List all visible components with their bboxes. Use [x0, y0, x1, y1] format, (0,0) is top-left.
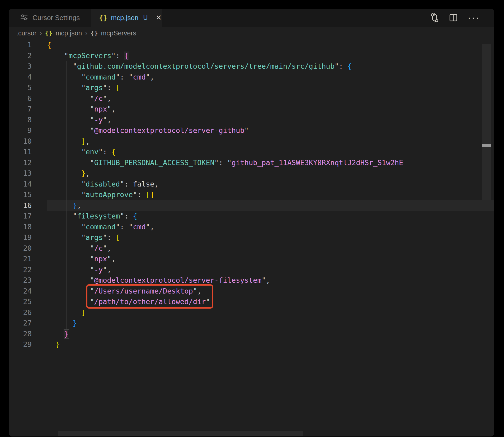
tab-cursor-settings[interactable]: Cursor Settings: [9, 9, 91, 27]
breadcrumb-file[interactable]: mcp.json: [55, 29, 82, 37]
indent-guide: [58, 115, 58, 125]
line-content: "npx",: [47, 254, 494, 264]
code-line-18[interactable]: 18 "command": "cmd",: [9, 222, 494, 233]
code-line-14[interactable]: 14 "disabled": false,: [9, 179, 494, 190]
line-number: 23: [9, 275, 47, 286]
code-editor[interactable]: 1{2 "mcpServers": {3 "github.com/modelco…: [9, 40, 494, 436]
indent-guide: [75, 93, 75, 104]
code-line-11[interactable]: 11 "env": {: [9, 147, 494, 157]
scrollbar-marker: [482, 144, 491, 147]
indent-guide: [49, 189, 49, 200]
code-line-23[interactable]: 23 "@modelcontextprotocol/server-filesys…: [9, 275, 494, 286]
indent-guide: [58, 157, 58, 168]
indent-guide: [75, 104, 75, 115]
line-content: "disabled": false,: [47, 179, 494, 190]
open-changes-icon[interactable]: [430, 13, 439, 23]
code-line-3[interactable]: 3 "github.com/modelcontextprotocol/serve…: [9, 61, 494, 72]
indent-guide: [49, 93, 49, 104]
vertical-scrollbar[interactable]: [482, 44, 491, 200]
indent-guide: [75, 222, 75, 233]
indent-guide: [49, 307, 49, 318]
indent-guide: [58, 179, 58, 190]
code-line-21[interactable]: 21 "npx",: [9, 254, 494, 264]
indent-guide: [49, 286, 49, 297]
line-number: 3: [9, 61, 47, 72]
indent-guide: [49, 61, 49, 72]
code-line-5[interactable]: 5 "args": [: [9, 82, 494, 93]
indent-guide: [49, 296, 49, 307]
indent-guide: [66, 296, 67, 307]
indent-guide: [66, 104, 67, 115]
tab-mcp-json[interactable]: {} mcp.json U ✕: [91, 9, 162, 27]
line-content: },: [47, 200, 494, 211]
code-line-24[interactable]: 24 "/Users/username/Desktop",: [9, 286, 494, 297]
code-line-2[interactable]: 2 "mcpServers": {: [9, 50, 494, 61]
line-number: 8: [9, 115, 47, 125]
tab-label: Cursor Settings: [32, 14, 80, 22]
code-line-12[interactable]: 12 "GITHUB_PERSONAL_ACCESS_TOKEN": "gith…: [9, 157, 494, 168]
line-content: }: [47, 339, 494, 350]
indent-guide: [58, 264, 58, 275]
code-line-27[interactable]: 27 }: [9, 318, 494, 329]
code-line-28[interactable]: 28 }: [9, 329, 494, 340]
line-number: 10: [9, 136, 47, 147]
indent-guide: [58, 307, 58, 318]
indent-guide: [75, 232, 75, 243]
line-content: "@modelcontextprotocol/server-filesystem…: [47, 275, 494, 286]
indent-guide: [66, 136, 67, 147]
indent-guide: [49, 136, 49, 147]
code-line-4[interactable]: 4 "command": "cmd",: [9, 72, 494, 83]
code-line-1[interactable]: 1{: [9, 40, 494, 50]
split-editor-icon[interactable]: [449, 13, 458, 22]
code-line-13[interactable]: 13 },: [9, 168, 494, 179]
indent-guide: [66, 307, 67, 318]
indent-guide: [75, 82, 75, 93]
code-line-29[interactable]: 29 }: [9, 339, 494, 350]
line-number: 14: [9, 179, 47, 190]
code-line-9[interactable]: 9 "@modelcontextprotocol/server-github": [9, 125, 494, 136]
horizontal-scrollbar[interactable]: [58, 431, 303, 436]
indent-guide: [58, 296, 58, 307]
code-line-20[interactable]: 20 "/c",: [9, 243, 494, 254]
indent-guide: [49, 147, 49, 157]
indent-guide: [66, 115, 67, 125]
close-tab-icon[interactable]: ✕: [154, 13, 163, 22]
breadcrumb-symbol[interactable]: mcpServers: [101, 29, 136, 37]
line-content: "autoApprove": []: [47, 189, 494, 200]
indent-guide: [49, 125, 49, 136]
indent-guide: [49, 72, 49, 83]
indent-guide: [66, 168, 67, 179]
indent-guide: [58, 254, 58, 264]
indent-guide: [49, 318, 49, 329]
indent-guide: [58, 329, 58, 340]
code-line-10[interactable]: 10 ],: [9, 136, 494, 147]
more-actions-icon[interactable]: ···: [468, 15, 480, 20]
line-number: 12: [9, 157, 47, 168]
line-content: },: [47, 168, 494, 179]
code-line-17[interactable]: 17 "filesystem": {: [9, 211, 494, 222]
code-line-8[interactable]: 8 "-y",: [9, 115, 494, 125]
git-untracked-badge: U: [143, 14, 148, 21]
symbol-icon: {}: [91, 30, 98, 37]
code-line-6[interactable]: 6 "/c",: [9, 93, 494, 104]
code-line-15[interactable]: 15 "autoApprove": []: [9, 189, 494, 200]
line-number: 25: [9, 296, 47, 307]
code-line-22[interactable]: 22 "-y",: [9, 264, 494, 275]
indent-guide: [66, 222, 67, 233]
line-number: 7: [9, 104, 47, 115]
indent-guide: [49, 50, 49, 61]
indent-guide: [58, 189, 58, 200]
indent-guide: [49, 104, 49, 115]
editor-window: Cursor Settings {} mcp.json U ✕: [9, 9, 494, 436]
code-line-25[interactable]: 25 "/path/to/other/allowed/dir": [9, 296, 494, 307]
code-line-19[interactable]: 19 "args": [: [9, 232, 494, 243]
indent-guide: [75, 115, 75, 125]
indent-guide: [75, 72, 75, 83]
code-line-16[interactable]: 16 },: [9, 200, 494, 211]
line-number: 17: [9, 211, 47, 222]
code-line-26[interactable]: 26 ]: [9, 307, 494, 318]
line-number: 9: [9, 125, 47, 136]
line-number: 26: [9, 307, 47, 318]
breadcrumb-folder[interactable]: .cursor: [16, 29, 36, 37]
code-line-7[interactable]: 7 "npx",: [9, 104, 494, 115]
